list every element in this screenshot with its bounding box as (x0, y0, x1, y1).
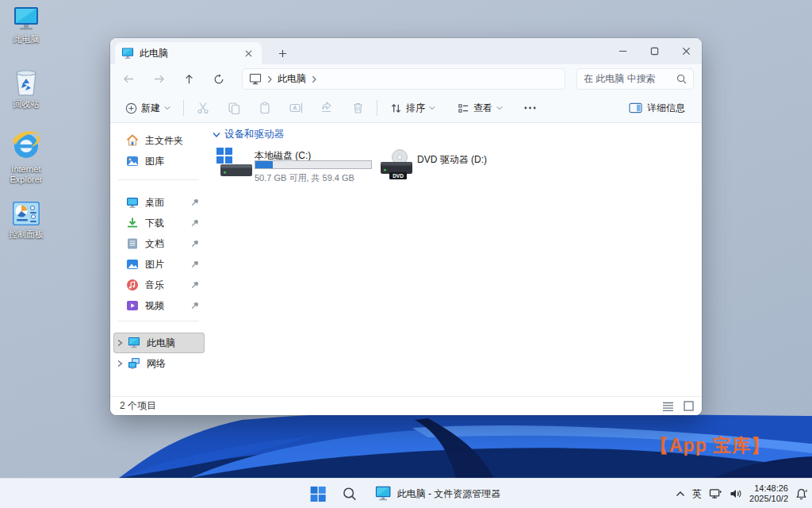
cut-button[interactable] (191, 97, 215, 119)
downloads-icon (126, 217, 139, 229)
internet-explorer-icon (10, 129, 42, 162)
network-tray-icon[interactable] (709, 488, 722, 500)
minimize-button[interactable] (607, 38, 638, 64)
pin-icon (190, 301, 200, 310)
desktop-icon-internet-explorer[interactable]: Internet Explorer (2, 129, 51, 185)
sidebar-item-pictures[interactable]: 图片 (113, 254, 205, 275)
chevron-down-icon (496, 106, 503, 110)
sidebar-item-gallery[interactable]: 图库 (113, 151, 205, 171)
group-header-devices-drives[interactable]: 设备和驱动器 (213, 128, 284, 141)
taskbar: 此电脑 - 文件资源管理器 英 14:48:26 2025/10/2 z (0, 478, 812, 508)
chevron-right-icon[interactable] (116, 360, 124, 368)
delete-button[interactable] (346, 97, 370, 119)
sidebar-item-documents[interactable]: 文档 (113, 233, 205, 254)
pin-icon (190, 239, 200, 248)
pin-icon (190, 280, 200, 290)
copy-button[interactable] (222, 97, 246, 119)
paste-button[interactable] (253, 97, 277, 119)
taskbar-search-button[interactable] (336, 481, 363, 506)
share-button[interactable] (315, 97, 339, 119)
drive-usage-bar (255, 160, 372, 169)
sidebar-item-videos[interactable]: 视频 (113, 295, 205, 316)
sidebar-item-label: 音乐 (145, 279, 190, 292)
rename-button[interactable] (284, 97, 308, 119)
svg-text:DVD: DVD (393, 173, 404, 179)
taskbar-clock[interactable]: 14:48:26 2025/10/2 (749, 483, 788, 504)
sidebar-item-this-pc[interactable]: 此电脑 (113, 333, 205, 353)
sidebar-item-music[interactable]: 音乐 (113, 275, 205, 295)
view-icon (458, 102, 469, 114)
pictures-icon (126, 258, 139, 271)
search-input[interactable]: 在 此电脑 中搜索 (576, 68, 694, 90)
up-button[interactable] (177, 68, 201, 90)
new-tab-button[interactable] (274, 45, 291, 61)
plus-icon (278, 49, 287, 58)
sidebar-item-label: 图库 (145, 155, 205, 168)
gallery-icon (126, 155, 139, 167)
thumbnails-view-icon[interactable] (684, 401, 694, 411)
sort-icon (390, 102, 402, 114)
sidebar-item-network[interactable]: 网络 (113, 353, 205, 374)
navigation-bar: 此电脑 在 此电脑 中搜索 (110, 64, 702, 94)
desktop-icon-label: 回收站 (2, 99, 51, 110)
taskbar-app-file-explorer[interactable]: 此电脑 - 文件资源管理器 (368, 481, 508, 506)
sidebar-item-desktop[interactable]: 桌面 (113, 192, 205, 213)
start-button[interactable] (304, 481, 331, 506)
notification-bell-icon[interactable]: z (795, 488, 807, 500)
desktop-icon-label: Internet Explorer (2, 164, 51, 185)
this-pc-icon (375, 486, 392, 502)
taskbar-center: 此电脑 - 文件资源管理器 (304, 479, 508, 508)
volume-icon[interactable] (730, 488, 742, 499)
sidebar-item-label: 主文件夹 (145, 134, 205, 148)
back-button[interactable] (117, 68, 140, 90)
status-bar: 2 个项目 (110, 396, 702, 415)
tab-close-icon[interactable] (241, 46, 255, 60)
tray-date: 2025/10/2 (749, 494, 788, 504)
this-pc-icon (121, 48, 134, 60)
windows-logo-icon (309, 486, 326, 502)
trash-icon (352, 102, 364, 114)
desktop-folder-icon (126, 196, 139, 209)
search-icon (676, 74, 687, 84)
tab-this-pc[interactable]: 此电脑 (115, 42, 262, 64)
sidebar-item-label: 桌面 (145, 196, 190, 210)
desktop-icon-control-panel[interactable]: 控制面板 (2, 200, 51, 240)
ime-indicator[interactable]: 英 (692, 487, 702, 501)
more-options-button[interactable] (518, 97, 542, 119)
svg-text:z: z (806, 488, 807, 493)
this-pc-icon (13, 6, 40, 32)
details-pane-button[interactable]: 详细信息 (623, 98, 691, 119)
copy-icon (228, 102, 240, 114)
desktop-icon-this-pc[interactable]: 此电脑 (2, 6, 51, 44)
new-button-label: 新建 (141, 102, 160, 115)
local-disk-icon (216, 147, 253, 180)
sidebar-divider (118, 179, 199, 180)
chevron-right-icon (266, 75, 273, 83)
maximize-button[interactable] (638, 38, 670, 64)
breadcrumb-root[interactable]: 此电脑 (278, 72, 306, 86)
refresh-button[interactable] (207, 68, 231, 90)
address-bar[interactable]: 此电脑 (242, 68, 565, 90)
forward-button[interactable] (147, 68, 170, 90)
hidden-icons-chevron-icon[interactable] (676, 491, 685, 497)
view-button[interactable]: 查看 (452, 98, 508, 119)
this-pc-icon (128, 337, 140, 349)
music-icon (126, 279, 139, 291)
new-button[interactable]: 新建 (120, 98, 176, 119)
chevron-down-icon (164, 106, 170, 110)
chevron-right-icon[interactable] (311, 75, 317, 83)
sort-button[interactable]: 排序 (385, 98, 441, 119)
sidebar-item-home[interactable]: 主文件夹 (113, 130, 205, 151)
recycle-bin-icon (13, 68, 40, 97)
details-view-icon[interactable] (662, 402, 674, 411)
pin-icon (190, 260, 200, 269)
desktop-icon-recycle-bin[interactable]: 回收站 (2, 68, 51, 110)
status-view-toggles (662, 401, 694, 411)
search-placeholder: 在 此电脑 中搜索 (584, 72, 676, 86)
close-button[interactable] (670, 38, 702, 64)
sidebar-item-label: 文档 (145, 237, 190, 251)
tray-time: 14:48:26 (749, 483, 788, 494)
sidebar-item-downloads[interactable]: 下载 (113, 213, 205, 233)
chevron-right-icon[interactable] (116, 339, 124, 347)
item-count: 2 个项目 (120, 399, 156, 413)
